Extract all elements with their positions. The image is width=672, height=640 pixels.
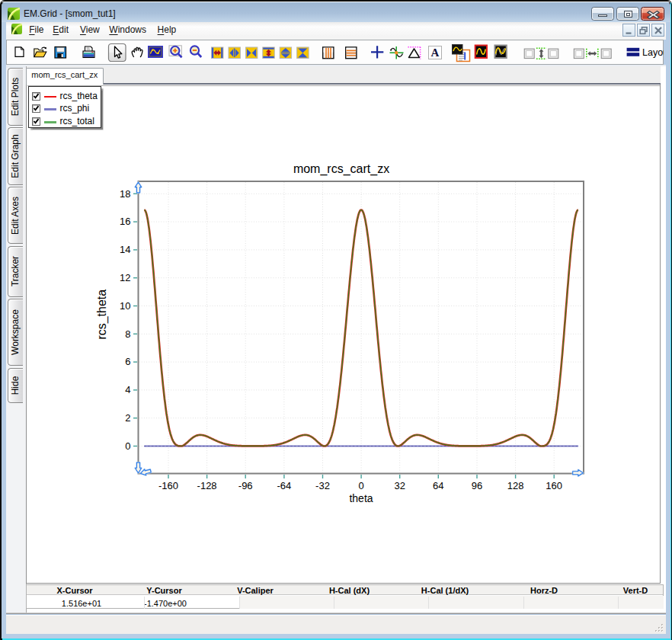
svg-text:14: 14	[120, 244, 130, 255]
svg-text:4: 4	[125, 384, 130, 395]
svg-text:64: 64	[433, 480, 443, 491]
svg-text:16: 16	[120, 216, 130, 227]
svg-text:-96: -96	[238, 480, 253, 491]
svg-text:128: 128	[507, 480, 524, 491]
svg-text:-32: -32	[315, 480, 330, 491]
svg-text:160: 160	[546, 480, 562, 491]
svg-text:32: 32	[394, 480, 405, 491]
svg-text:18: 18	[120, 188, 130, 200]
svg-text:6: 6	[125, 356, 130, 367]
svg-text:theta: theta	[349, 492, 373, 504]
svg-text:-64: -64	[277, 480, 292, 491]
svg-text:96: 96	[472, 480, 482, 491]
svg-text:-160: -160	[158, 480, 178, 491]
svg-text:0: 0	[125, 440, 130, 452]
svg-text:-128: -128	[197, 480, 217, 491]
svg-text:0: 0	[358, 480, 363, 491]
svg-text:A: A	[431, 46, 440, 59]
svg-text:8: 8	[125, 328, 130, 340]
svg-text:mom_rcs_cart_zx: mom_rcs_cart_zx	[293, 162, 389, 176]
svg-text:rcs_theta: rcs_theta	[96, 290, 110, 340]
svg-text:Layout: Layout	[642, 47, 671, 58]
svg-text:12: 12	[120, 272, 130, 283]
svg-text:2: 2	[125, 412, 130, 424]
svg-text:10: 10	[120, 300, 130, 312]
